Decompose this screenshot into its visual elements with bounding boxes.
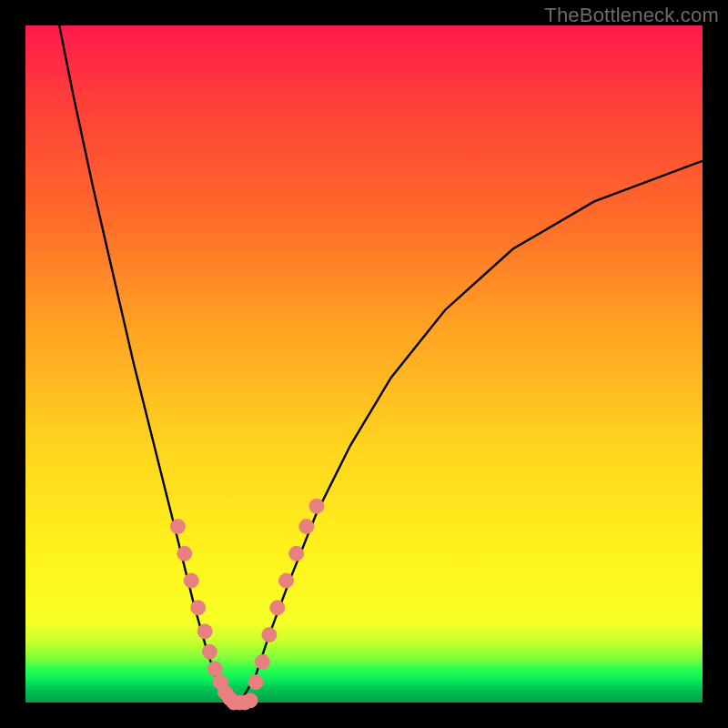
marker-dot	[270, 601, 285, 615]
marker-dot	[184, 573, 198, 588]
marker-dot	[255, 654, 269, 669]
marker-dot	[278, 573, 293, 588]
curve-svg	[25, 25, 703, 703]
marker-dot	[177, 546, 192, 561]
curve-right	[236, 161, 703, 703]
marker-layer	[170, 499, 324, 710]
marker-dot	[191, 601, 206, 615]
watermark-text: TheBottleneck.com	[544, 4, 719, 27]
marker-dot	[202, 644, 217, 659]
marker-dot	[289, 546, 304, 561]
plot-area	[25, 25, 703, 703]
marker-dot	[243, 693, 258, 708]
marker-dot	[170, 520, 185, 534]
curve-left	[59, 25, 235, 703]
marker-dot	[207, 662, 222, 676]
marker-dot	[248, 675, 263, 690]
marker-dot	[309, 499, 324, 513]
marker-dot	[197, 624, 212, 639]
chart-frame: TheBottleneck.com	[0, 0, 728, 728]
marker-dot	[299, 520, 314, 534]
marker-dot	[262, 628, 277, 642]
